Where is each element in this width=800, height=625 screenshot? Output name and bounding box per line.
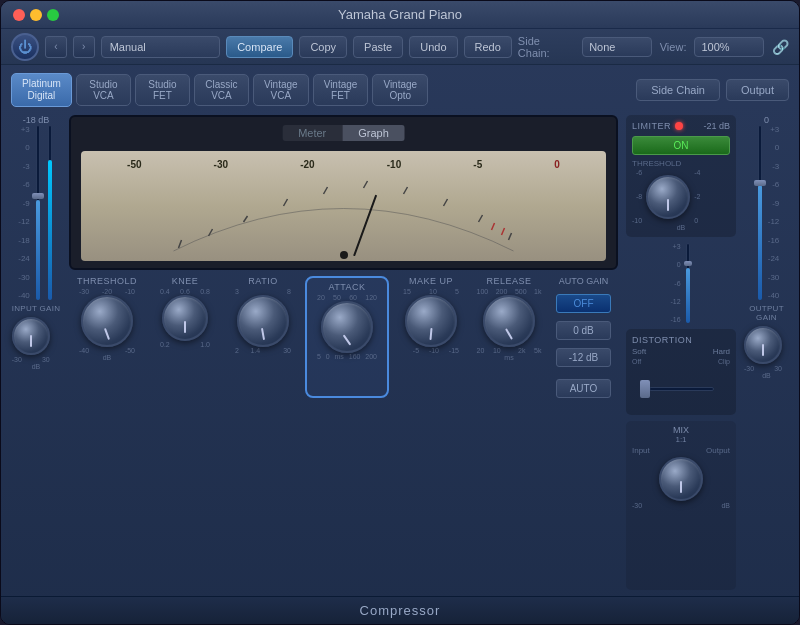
knee-scale-bot: 0.21.0: [160, 341, 210, 348]
output-scale: +30-3-6-9-12-16-24-30-40: [768, 125, 780, 300]
auto-gain-off-button[interactable]: OFF: [556, 294, 611, 313]
limiter-fader-thumb[interactable]: [684, 261, 692, 266]
svg-line-4: [324, 187, 328, 194]
sidechain-label: Side Chain:: [518, 35, 574, 59]
maximize-dot[interactable]: [47, 9, 59, 21]
mix-sub-labels: Input Output: [632, 446, 730, 455]
threshold-title: THRESHOLD: [77, 276, 137, 286]
compare-button[interactable]: Compare: [226, 36, 293, 58]
distortion-slider-area: [632, 369, 730, 409]
sidechain-select[interactable]: None: [582, 37, 652, 57]
mix-knob-area: [632, 457, 730, 501]
limiter-on-button[interactable]: ON: [632, 136, 730, 155]
meter-tabs: Meter Graph: [282, 125, 405, 141]
knee-knob[interactable]: [162, 295, 208, 341]
svg-line-5: [364, 181, 368, 188]
input-fader-thumb[interactable]: [32, 193, 44, 199]
tab-vintage-fet[interactable]: VintageFET: [313, 74, 369, 106]
output-scale-right: 30: [774, 365, 782, 372]
distortion-labels: Soft Hard: [632, 347, 730, 356]
vu-scale-labels: -50 -30 -20 -10 -5 0: [81, 159, 606, 170]
limiter-title: LIMITER: [632, 121, 671, 131]
paste-button[interactable]: Paste: [353, 36, 403, 58]
side-chain-button[interactable]: Side Chain: [636, 79, 720, 101]
threshold-knob[interactable]: [81, 295, 133, 347]
preset-select[interactable]: Manual: [101, 36, 221, 58]
output-fader-thumb[interactable]: [754, 180, 766, 186]
controls-top-row: THRESHOLD -30-20-10 -40-50 dB KNEE: [69, 276, 618, 398]
nav-forward-button[interactable]: ›: [73, 36, 95, 58]
output-unit: dB: [744, 372, 789, 379]
undo-button[interactable]: Undo: [409, 36, 457, 58]
knee-scale-top: 0.40.60.8: [160, 288, 210, 295]
input-gain-knob[interactable]: [12, 317, 50, 355]
redo-button[interactable]: Redo: [464, 36, 512, 58]
tab-vintage-opto[interactable]: VintageOpto: [372, 74, 428, 106]
bottom-title: Compressor: [360, 603, 441, 618]
tab-studio-vca[interactable]: StudioVCA: [76, 74, 131, 106]
output-button[interactable]: Output: [726, 79, 789, 101]
main-content: -18 dB +30-3-6-9-12-18-24-30-40: [1, 111, 799, 596]
input-scale: +30-3-6-9-12-18-24-30-40: [18, 125, 30, 300]
limiter-threshold-knob[interactable]: [646, 175, 690, 219]
auto-gain-12db-button[interactable]: -12 dB: [556, 348, 611, 367]
attack-title: ATTACK: [328, 282, 365, 292]
makeup-scale-top: 15105: [403, 288, 459, 295]
link-icon[interactable]: 🔗: [772, 39, 789, 55]
limiter-threshold-row: -6-8-10 -4-20: [632, 169, 730, 224]
input-scale-left: -30: [12, 356, 22, 363]
close-dot[interactable]: [13, 9, 25, 21]
ratio-scale-top: 38: [235, 288, 291, 295]
svg-line-7: [444, 199, 448, 206]
attack-control: ATTACK 205060120 50ms160200: [305, 276, 389, 398]
ratio-knob[interactable]: [237, 295, 289, 347]
distortion-slider-thumb[interactable]: [640, 380, 650, 398]
knee-title: KNEE: [172, 276, 199, 286]
threshold-unit: dB: [103, 354, 112, 361]
distortion-section: DISTORTION Soft Hard Off Clip: [626, 329, 736, 415]
tab-classic-vca[interactable]: ClassicVCA: [194, 74, 249, 106]
auto-button[interactable]: AUTO: [556, 379, 611, 398]
distortion-title: DISTORTION: [632, 335, 730, 345]
release-knob[interactable]: [483, 295, 535, 347]
meter-display: Meter Graph -50 -30 -20 -10 -5 0: [69, 115, 618, 270]
release-control: RELEASE 1002005001k 20102k5k ms: [473, 276, 545, 398]
threshold-control: THRESHOLD -30-20-10 -40-50 dB: [71, 276, 143, 398]
output-db-top: 0: [764, 115, 769, 125]
mix-scale: -30 dB: [632, 502, 730, 509]
knee-control: KNEE 0.40.60.8 0.21.0: [149, 276, 221, 398]
distortion-off-clip: Off Clip: [632, 358, 730, 365]
nav-back-button[interactable]: ‹: [45, 36, 67, 58]
tab-vintage-vca[interactable]: VintageVCA: [253, 74, 309, 106]
power-button[interactable]: ⏻: [11, 33, 39, 61]
preset-tabs-row: PlatinumDigital StudioVCA StudioFET Clas…: [1, 65, 799, 111]
title-bar: Yamaha Grand Piano: [1, 1, 799, 29]
vu-needle-area: -50 -30 -20 -10 -5 0: [81, 151, 606, 261]
plugin-window: Yamaha Grand Piano ⏻ ‹ › Manual Compare …: [0, 0, 800, 625]
meter-tab-graph[interactable]: Graph: [342, 125, 405, 141]
minimize-dot[interactable]: [30, 9, 42, 21]
input-gain-label: INPUT GAIN: [12, 304, 61, 313]
view-label: View:: [660, 41, 687, 53]
auto-gain-0db-button[interactable]: 0 dB: [556, 321, 611, 340]
input-db-label: -18 dB: [23, 115, 50, 125]
attack-scale-outer: 205060120: [317, 294, 377, 301]
makeup-knob[interactable]: [405, 295, 457, 347]
limiter-db-unit: dB: [632, 224, 730, 231]
threshold-scale-top: -30-20-10: [79, 288, 135, 295]
tab-platinum-digital[interactable]: PlatinumDigital: [11, 73, 72, 107]
tab-studio-fet[interactable]: StudioFET: [135, 74, 190, 106]
limiter-led: [675, 122, 683, 130]
limiter-threshold-title: THRESHOLD: [632, 159, 730, 168]
attack-scale-inner: 50ms160200: [317, 353, 377, 360]
mix-knob[interactable]: [659, 457, 703, 501]
view-select[interactable]: 100%: [694, 37, 764, 57]
svg-line-2: [244, 216, 248, 222]
limiter-section: LIMITER -21 dB ON THRESHOLD -6-8-10: [626, 115, 736, 237]
limiter-scale-right: -4-20: [694, 169, 700, 224]
copy-button[interactable]: Copy: [299, 36, 347, 58]
output-gain-knob[interactable]: [744, 326, 782, 364]
meter-tab-meter[interactable]: Meter: [282, 125, 342, 141]
attack-knob[interactable]: [321, 301, 373, 353]
output-scale-left: -30: [744, 365, 754, 372]
